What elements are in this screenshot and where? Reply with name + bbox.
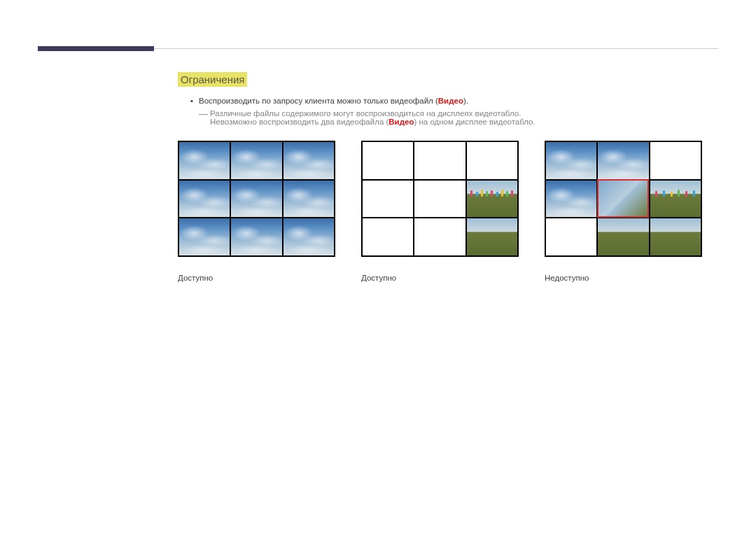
bullet-text: Воспроизводить по запросу клиента можно … (199, 97, 468, 105)
grid-cell (284, 181, 334, 218)
figure-2: Доступно (361, 141, 519, 282)
figure-caption: Доступно (178, 274, 335, 282)
videowall-grid-3 (545, 141, 702, 257)
grid-cell (231, 218, 281, 255)
dash-marker: ― (199, 109, 210, 119)
bullet-suffix: ). (463, 97, 468, 105)
videowall-grid-1 (178, 141, 335, 257)
grid-cell (650, 142, 701, 179)
figure-3: Недоступно (545, 141, 702, 282)
sub-line1: Различные файлы содержимого могут воспро… (210, 109, 521, 118)
grid-cell (284, 142, 334, 179)
content-area: Ограничения • Воспроизводить по запросу … (178, 72, 536, 127)
bullet-item: • Воспроизводить по запросу клиента можн… (190, 97, 536, 105)
sub-item: ― Различные файлы содержимого могут восп… (199, 109, 536, 126)
grid-cell (546, 142, 596, 179)
grid-cell (179, 218, 230, 255)
grid-cell (546, 181, 596, 218)
grid-cell (363, 142, 413, 179)
figures-row: Доступно (178, 141, 702, 282)
grid-cell (179, 181, 230, 218)
grid-cell (363, 181, 413, 218)
section-heading: Ограничения (178, 72, 247, 87)
sub-line2-suffix: ) на одном дисплее видеотабло. (414, 118, 535, 126)
header-rule (154, 48, 718, 49)
figure-1: Доступно (178, 141, 335, 282)
grid-cell (231, 181, 281, 218)
flags-icon (650, 192, 701, 197)
grid-cell (179, 142, 230, 179)
grid-cell-overlap (598, 181, 648, 218)
grid-cell (546, 218, 596, 255)
sub-line2-prefix: Невозможно воспроизводить два видеофайла… (210, 118, 388, 126)
figure-caption: Недоступно (545, 274, 702, 282)
grid-cell (598, 218, 648, 255)
flags-icon (467, 192, 517, 197)
video-word: Видео (438, 97, 463, 105)
grid-cell (414, 142, 465, 179)
video-word-2: Видео (388, 118, 414, 126)
grid-cell (414, 218, 465, 255)
sub-text: Различные файлы содержимого могут воспро… (210, 109, 536, 126)
grid-cell (231, 142, 281, 179)
grid-cell (598, 142, 648, 179)
grid-cell (467, 142, 517, 179)
grid-cell (363, 218, 413, 255)
bullet-marker: • (190, 97, 199, 105)
grid-cell (414, 181, 465, 218)
grid-cell (650, 181, 701, 218)
grid-cell (467, 181, 517, 218)
grid-cell (284, 218, 334, 255)
videowall-grid-2 (361, 141, 519, 257)
grid-cell (467, 218, 517, 255)
grid-cell (650, 218, 701, 255)
bullet-prefix: Воспроизводить по запросу клиента можно … (199, 97, 438, 105)
figure-caption: Доступно (361, 274, 519, 282)
header-accent-bar (38, 46, 154, 51)
